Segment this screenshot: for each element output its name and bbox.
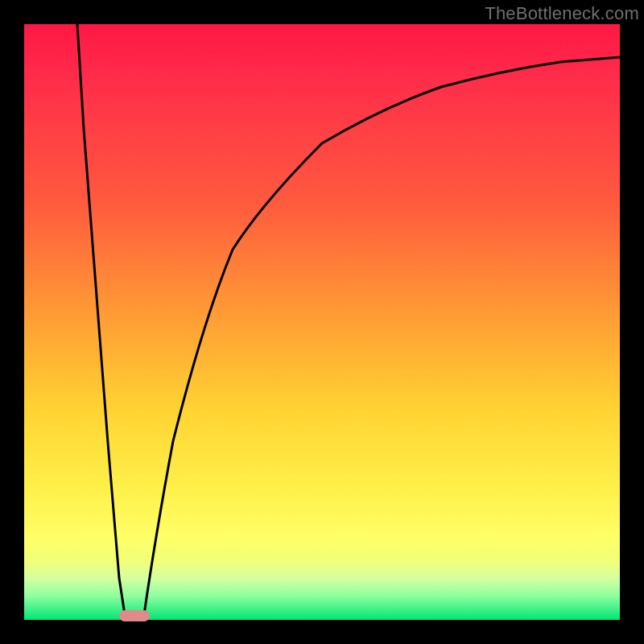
curve-right bbox=[143, 57, 620, 620]
optimal-marker bbox=[119, 610, 150, 621]
bottleneck-curves bbox=[24, 24, 620, 620]
plot-area bbox=[24, 24, 620, 620]
curve-left bbox=[77, 24, 126, 620]
watermark-text: TheBottleneck.com bbox=[485, 3, 639, 24]
chart-frame: TheBottleneck.com bbox=[0, 0, 644, 644]
